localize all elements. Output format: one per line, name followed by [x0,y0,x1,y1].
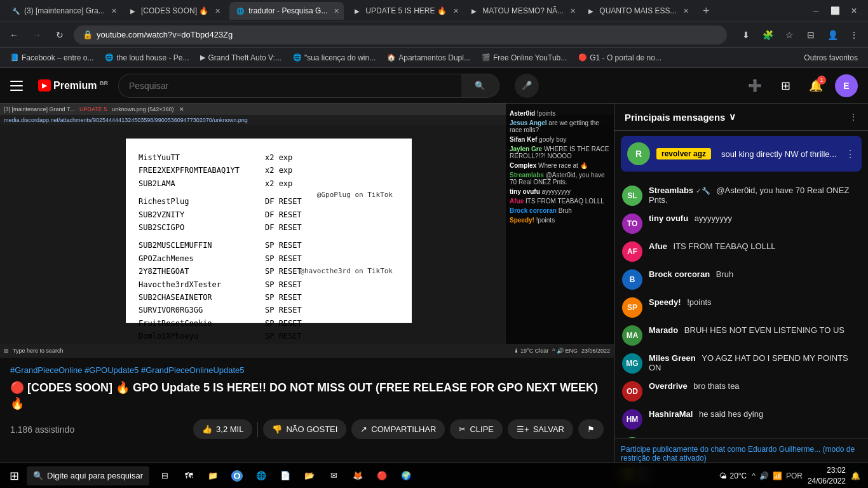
bookmark-facebook-label: Facebook – entre o... [22,53,93,62]
tab-1[interactable]: 🔧 (3) [maintenance] Gra... ✕ [5,2,119,20]
tab-2[interactable]: ▶ [CODES SOON] 🔥 ✕ [122,2,227,20]
new-tab-button[interactable]: + [697,2,715,20]
extension-icon[interactable]: 🧩 [759,26,776,44]
bookmark-gta-icon: ▶ [200,53,205,62]
network-icon[interactable]: 📶 [773,471,782,480]
minimize-button[interactable]: ─ [807,2,825,20]
windows-logo-icon: ⊞ [10,469,19,483]
create-button[interactable]: ➕ [743,74,766,97]
tab-2-close[interactable]: ✕ [215,7,220,15]
language-indicator[interactable]: POR [786,471,803,480]
maximize-button[interactable]: ⬜ [826,2,844,20]
header-right-controls: ➕ ⊞ 🔔 1 E [743,74,858,97]
bookmark-g1[interactable]: 🔴 G1 - O portal de no... [573,51,667,64]
menu-hamburger-button[interactable] [10,77,28,95]
bookmark-g1-icon: 🔴 [578,53,587,62]
like-button[interactable]: 👍 3,2 MIL [193,419,252,439]
video-section: [3] [maintenance] Grand T... UPDATE 5 un… [0,104,614,488]
report-button[interactable]: ⚑ [578,419,604,439]
bookmark-star-icon[interactable]: ☆ [780,26,798,44]
tab-1-close[interactable]: ✕ [111,7,117,15]
search-button[interactable]: 🔍 [461,74,499,98]
taskbar-chrome[interactable] [226,464,248,487]
search-input[interactable] [118,74,461,98]
bookmarks-more-button[interactable]: Outros favoritos [799,51,863,64]
taskbar-task-view[interactable]: ⊟ [153,464,176,487]
bookmark-facebook[interactable]: 📘 Facebook – entre o... [5,51,98,64]
video-hashtags[interactable]: #GrandPieceOnline #GPOUpdate5 #GrandPiec… [10,365,604,375]
menu-line-3 [10,90,23,91]
tab-3-favicon: 🌐 [236,6,245,15]
dislike-label: NÃO GOSTEI [286,424,337,434]
share-button[interactable]: ↗ COMPARTILHAR [351,419,445,439]
bookmark-gta[interactable]: ▶ Grand Theft Auto V:... [195,51,286,64]
youtube-wordmark: Premium [53,80,97,91]
chat-prompt-main: Participe publicamente do chat como Edua… [621,445,855,463]
taskbar-clock[interactable]: 23:02 24/06/2022 [808,465,846,487]
bookmark-youtube-free-label: Free Online YouTub... [493,53,567,62]
taskbar-app-10[interactable]: 🌍 [395,464,417,487]
forward-button[interactable]: → [28,26,46,44]
volume-icon[interactable]: 🔊 [759,471,769,480]
bookmark-youtube-free-icon: 🎬 [482,53,491,62]
user-avatar[interactable]: E [835,74,858,97]
notifications-button[interactable]: 🔔 1 [804,74,827,97]
chat-messages: SL Streamlabs ✓🔧 @Aster0id, you have 70 … [614,177,868,438]
taskbar-edge[interactable]: 🌐 [250,464,273,487]
notification-center-button[interactable]: 🔔 [851,471,860,480]
taskbar-pdf[interactable]: 📄 [274,464,297,487]
tab-5-favicon: ▶ [470,6,478,15]
list-item: SP Speedy! !points [614,294,868,322]
notification-badge: 1 [817,76,826,85]
tab-5[interactable]: ▶ MATOU MESMO? NÃ... ✕ [463,2,578,20]
tab-3-close[interactable]: ✕ [334,7,339,15]
menu-icon[interactable]: ⋮ [845,26,863,44]
tab-4-close[interactable]: ✕ [453,7,459,15]
tab-6-close[interactable]: ✕ [683,7,689,15]
chat-collapse-icon[interactable]: ∨ [729,111,736,123]
video-title: 🔴 [CODES SOON] 🔥 GPO Update 5 IS HERE!! … [10,380,604,412]
tab-6[interactable]: ▶ QUANTO MAIS ESS... ✕ [580,2,695,20]
inner-url: media.discordapp.net/attachments/9025444… [4,117,248,123]
url-input[interactable]: 🔒 youtube.com/watch?v=doTbpd423Zg [74,25,727,44]
profile-icon[interactable]: 👤 [824,26,841,44]
start-button[interactable]: ⊞ [3,464,25,487]
taskbar-mail[interactable]: ✉ [322,464,345,487]
youtube-region: BR [100,79,108,86]
bookmark-loud-house[interactable]: 🌐 the loud house - Pe... [100,51,194,64]
taskbar-maps[interactable]: 🗺 [177,464,200,487]
reload-button[interactable]: ↻ [51,26,69,44]
highlighted-more-icon[interactable]: ⋮ [845,148,855,160]
chat-options-icon[interactable]: ⋮ [849,112,858,122]
back-button[interactable]: ← [5,26,23,44]
apps-button[interactable]: ⊞ [774,74,797,97]
dislike-button[interactable]: 👎 NÃO GOSTEI [263,419,346,439]
taskbar-firefox[interactable]: 🦊 [346,464,369,487]
tab-3[interactable]: 🌐 tradutor - Pesquisa G... ✕ [229,2,344,20]
taskbar-files[interactable]: 📂 [298,464,321,487]
taskbar-app-2[interactable]: 📁 [201,464,224,487]
tab-4[interactable]: ▶ UPDATE 5 IS HERE 🔥 ✕ [346,2,461,20]
video-player[interactable]: [3] [maintenance] Grand T... UPDATE 5 un… [0,104,614,358]
download-icon[interactable]: ⬇ [737,26,755,44]
bookmark-apartments[interactable]: 🏠 Apartamentos Dupl... [382,51,475,64]
bookmark-license[interactable]: 🌐 "sua licença do win... [288,51,381,64]
menu-line-2 [10,85,23,86]
url-text: youtube.com/watch?v=doTbpd423Zg [97,30,233,39]
taskbar-right: 🌤 20°C ^ 🔊 📶 POR 23:02 24/06/2022 🔔 [719,465,865,487]
mic-button[interactable]: 🎤 [515,74,539,98]
taskbar-weather[interactable]: 🌤 20°C [719,471,747,480]
clip-button[interactable]: ✂ CLIPE [450,419,503,439]
save-button[interactable]: ☰+ SALVAR [508,419,573,439]
taskbar-app-9[interactable]: 🔴 [370,464,393,487]
close-button[interactable]: ✕ [845,2,863,20]
chevron-icon[interactable]: ^ [752,471,756,480]
chat-title-text: Principais mensagens [625,112,725,123]
taskbar-search-bar[interactable]: 🔍 Digite aqui para pesquisar [27,466,149,485]
bookmark-youtube-free[interactable]: 🎬 Free Online YouTub... [477,51,572,64]
tab-5-close[interactable]: ✕ [570,7,576,15]
youtube-logo[interactable]: ▶ Premium BR [38,79,108,92]
tab-search-icon[interactable]: ⊟ [802,26,820,44]
list-item: AF Afue ITS FROM TEABAQ LOLLL [614,238,868,266]
like-icon: 👍 [202,424,212,434]
